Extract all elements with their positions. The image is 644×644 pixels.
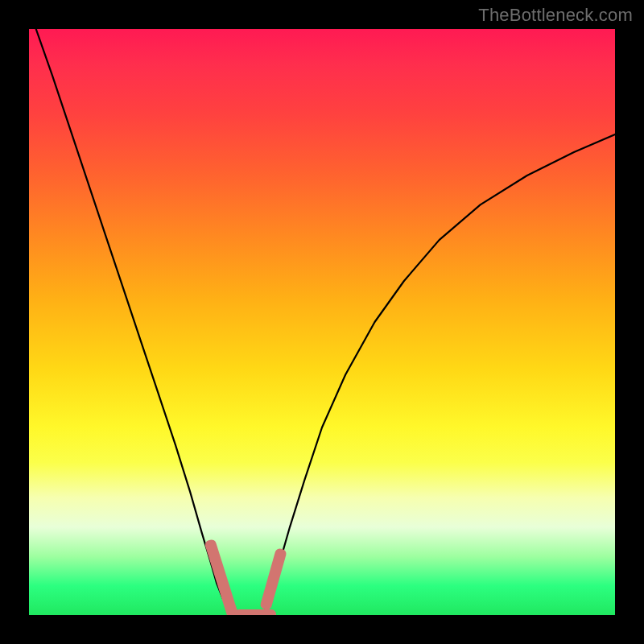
- plot-area: [29, 29, 615, 615]
- curve-layer: [29, 29, 615, 615]
- outer-black-frame: TheBottleneck.com: [0, 0, 644, 644]
- highlight-marker-floor: [234, 609, 277, 615]
- watermark-text: TheBottleneck.com: [478, 5, 633, 26]
- bottleneck-curve: [36, 29, 615, 615]
